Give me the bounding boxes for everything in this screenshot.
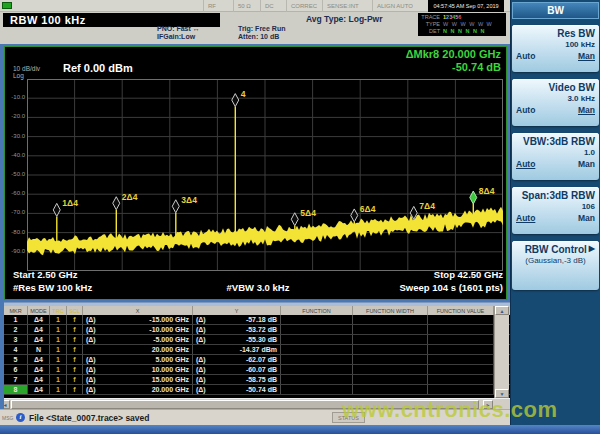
marker-table-row[interactable]: 6Δ41f(Δ)10.000 GHz(Δ)-60.07 dB xyxy=(4,365,510,375)
y-axis-tick-label: -80.0 xyxy=(5,229,25,235)
softkey-video-bw[interactable]: Video BW3.0 kHzAutoMan xyxy=(512,79,599,126)
msg-label: MSG xyxy=(2,415,13,421)
softkey-auto-option[interactable]: Auto xyxy=(516,105,535,115)
spectrum-svg: 1Δ42Δ43Δ445Δ46Δ47Δ48Δ4 xyxy=(27,79,503,271)
marker-diamond xyxy=(232,94,239,107)
trig-line: Trig: Free Run xyxy=(238,25,285,33)
marker-label: 2Δ4 xyxy=(122,192,138,202)
marker-label: 1Δ4 xyxy=(62,198,78,208)
marker-label: 4 xyxy=(241,89,246,99)
softkey-man-option[interactable]: Man xyxy=(578,51,595,61)
softkey-man-option[interactable]: Man xyxy=(578,105,595,115)
active-marker-diamond xyxy=(470,191,477,204)
table-cell xyxy=(353,355,428,364)
table-cell: 1 xyxy=(50,335,67,344)
scroll-up-icon[interactable]: ▲ xyxy=(495,306,509,315)
table-cell xyxy=(428,365,494,374)
table-cell: 1 xyxy=(50,355,67,364)
table-cell: (Δ)20.000 GHz xyxy=(83,385,193,394)
trace-det-row: DET N N N N N N xyxy=(420,28,504,35)
y-axis-tick-label: -20.0 xyxy=(5,113,25,119)
delta-marker-freq: ΔMkr8 20.000 GHz xyxy=(406,48,501,61)
table-cell xyxy=(428,375,494,384)
graph-frame: 10 dB/div Log Ref 0.00 dBm ΔMkr8 20.000 … xyxy=(0,44,510,302)
table-cell xyxy=(281,315,353,324)
submenu-arrow-icon: ▶ xyxy=(589,244,595,253)
pno-info: PNO: Fast ↔ IFGain:Low xyxy=(157,25,200,41)
table-cell: (Δ)15.000 GHz xyxy=(83,375,193,384)
table-cell xyxy=(281,345,353,354)
trace-numbers: 123456 xyxy=(443,14,461,21)
marker-label: 3Δ4 xyxy=(181,195,197,205)
marker-table: MKRMODETRCSCLXYFUNCTIONFUNCTION WIDTHFUN… xyxy=(0,306,510,398)
y-axis-tick-label: -10.0 xyxy=(5,94,25,100)
window-left-edge xyxy=(0,44,4,409)
table-cell: (Δ)-60.07 dB xyxy=(193,365,281,374)
table-cell: f xyxy=(67,375,83,384)
softkey-res-bw[interactable]: Res BW100 kHzAutoMan xyxy=(512,25,599,72)
db-per-div-label: 10 dB/div xyxy=(13,65,40,72)
trace-numbers-row: TRACE 123456 xyxy=(420,14,504,21)
softkey-vbw-3db-rbw[interactable]: VBW:3dB RBW1.0AutoMan xyxy=(512,133,599,180)
table-cell: f xyxy=(67,365,83,374)
softkey-auto-option[interactable]: Auto xyxy=(516,213,535,223)
marker-table-row[interactable]: 1Δ41f(Δ)-15.000 GHz(Δ)-57.18 dB xyxy=(4,315,510,325)
y-axis-tick-label: -90.0 xyxy=(5,248,25,254)
table-header-cell: FUNCTION VALUE xyxy=(428,306,494,315)
table-cell: 4 xyxy=(4,345,28,354)
table-cell: f xyxy=(67,335,83,344)
softkey-title: Span:3dB RBW xyxy=(512,187,599,201)
bw-annotation-row: #Res BW 100 kHz #VBW 3.0 kHz Sweep 104 s… xyxy=(13,282,503,293)
softkey-auto-option[interactable]: Auto xyxy=(516,51,535,61)
table-cell: Δ4 xyxy=(28,335,50,344)
marker-table-row[interactable]: 2Δ41f(Δ)-10.000 GHz(Δ)-53.72 dB xyxy=(4,325,510,335)
table-cell: (Δ)-5.000 GHz xyxy=(83,335,193,344)
softkey-title: VBW:3dB RBW xyxy=(512,133,599,147)
marker-table-row[interactable]: 3Δ41f(Δ)-5.000 GHz(Δ)-55.30 dB xyxy=(4,335,510,345)
table-cell: 20.000 GHz xyxy=(83,345,193,354)
table-cell: (Δ)-10.000 GHz xyxy=(83,325,193,334)
trace-status-block: TRACE 123456 TYPE W W W W W W DET N N N … xyxy=(418,13,506,36)
table-cell: 7 xyxy=(4,375,28,384)
marker-table-row[interactable]: 8Δ41f(Δ)20.000 GHz(Δ)-50.74 dB xyxy=(4,385,510,395)
table-vertical-scrollbar[interactable]: ▲ ▼ xyxy=(494,306,509,398)
marker-label: 8Δ4 xyxy=(479,186,495,196)
marker-table-row[interactable]: 7Δ41f(Δ)15.000 GHz(Δ)-58.75 dB xyxy=(4,375,510,385)
marker-diamond xyxy=(53,203,60,216)
table-cell: f xyxy=(67,325,83,334)
avg-type-label: Avg Type: Log-Pwr xyxy=(306,14,383,24)
table-header-cell: MODE xyxy=(28,306,50,315)
y-axis-tick-label: -50.0 xyxy=(5,171,25,177)
table-cell: 1 xyxy=(50,325,67,334)
table-cell xyxy=(428,325,494,334)
table-cell: N xyxy=(28,345,50,354)
vbw-label: #VBW 3.0 kHz xyxy=(227,282,290,293)
table-cell xyxy=(353,365,428,374)
delta-marker-readout: ΔMkr8 20.000 GHz -50.74 dB xyxy=(406,48,501,74)
table-cell xyxy=(353,315,428,324)
marker-diamond xyxy=(291,213,298,226)
marker-table-row[interactable]: 5Δ41f(Δ)5.000 GHz(Δ)-62.07 dB xyxy=(4,355,510,365)
type-row-label: TYPE xyxy=(420,21,440,28)
table-cell xyxy=(353,385,428,394)
table-cell xyxy=(353,375,428,384)
softkey-man-option[interactable]: Man xyxy=(578,213,595,223)
softkey-title: RBW Control▶ xyxy=(512,241,599,255)
topbar-segment: ALIGN AUTO xyxy=(372,0,413,12)
marker-table-row[interactable]: 4N1f20.000 GHz-14.37 dBm xyxy=(4,345,510,355)
softkey-span-3db-rbw[interactable]: Span:3dB RBW106AutoMan xyxy=(512,187,599,234)
trace-row-label: TRACE xyxy=(420,14,440,21)
table-cell xyxy=(353,345,428,354)
table-cell xyxy=(281,325,353,334)
softkey-man-option[interactable]: Man xyxy=(578,159,595,169)
menu-title: BW xyxy=(512,2,599,19)
table-cell xyxy=(281,365,353,374)
table-header-cell: SCL xyxy=(67,306,83,315)
softkey-rbw-control[interactable]: RBW Control▶(Gaussian,-3 dB) xyxy=(512,241,599,290)
clock-display: 04:57:45 AM Sep 07, 2019 xyxy=(428,0,504,12)
softkey-auto-option[interactable]: Auto xyxy=(516,159,535,169)
det-values: N N N N N N xyxy=(443,28,485,35)
table-cell xyxy=(428,315,494,324)
taskbar-strip xyxy=(0,425,600,434)
softkey-value: 3.0 kHz xyxy=(512,93,599,103)
